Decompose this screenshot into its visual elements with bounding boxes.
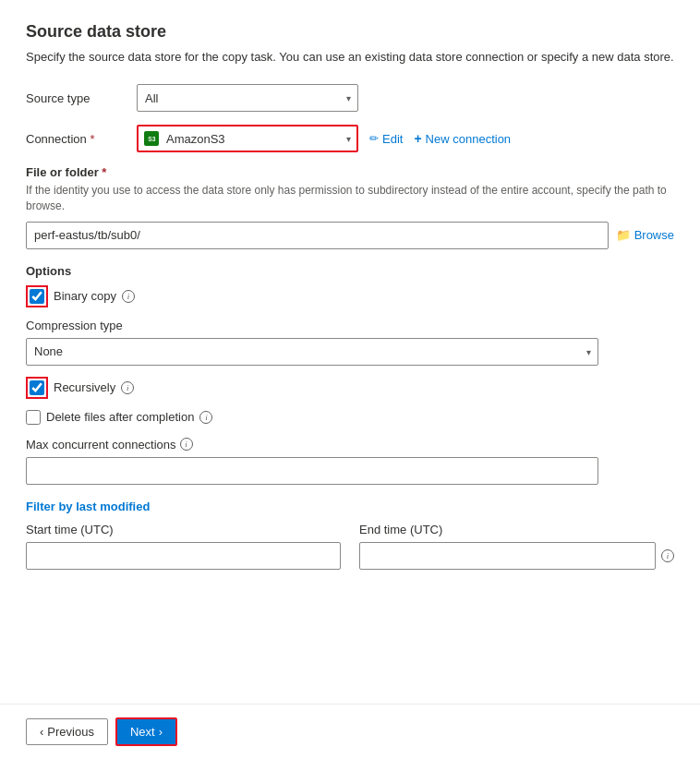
compression-label: Compression type	[26, 319, 674, 332]
end-time-input-row: i	[359, 542, 674, 570]
compression-section: Compression type None GZip Deflate bzip2…	[26, 319, 674, 366]
compression-select-wrapper: None GZip Deflate bzip2 ZipDeflate Snapp…	[26, 338, 598, 366]
source-type-label: Source type	[26, 91, 137, 105]
end-time-label: End time (UTC)	[359, 523, 674, 536]
delete-files-row: Delete files after completion i	[26, 410, 674, 425]
new-connection-button[interactable]: + New connection	[414, 131, 511, 146]
binary-copy-label: Binary copy	[54, 289, 116, 303]
file-folder-section: File or folder * If the identity you use…	[26, 165, 674, 249]
start-time-input-row	[26, 542, 341, 570]
time-row: Start time (UTC) End time (UTC) i	[26, 523, 674, 570]
chevron-left-icon: ‹	[40, 725, 43, 739]
connection-actions: ✏ Edit + New connection	[369, 131, 511, 146]
connection-select-wrapper: S3 AmazonS3 ▾	[137, 125, 358, 152]
end-time-info-icon[interactable]: i	[661, 549, 674, 562]
delete-files-checkbox[interactable]	[26, 410, 41, 425]
binary-copy-info-icon[interactable]: i	[122, 290, 135, 303]
folder-icon: 📁	[616, 228, 631, 242]
recursively-border	[26, 377, 48, 399]
connection-label: Connection *	[26, 132, 137, 146]
filter-section: Filter by last modified Start time (UTC)…	[26, 500, 674, 570]
max-connections-section: Max concurrent connections i	[26, 438, 674, 485]
connection-required-star: *	[90, 132, 94, 146]
plus-icon: +	[414, 131, 421, 146]
end-time-input[interactable]	[359, 542, 656, 570]
page-title: Source data store	[26, 22, 674, 42]
options-section: Options Binary copy i Compression type N…	[26, 264, 674, 425]
file-folder-input-row: 📁 Browse	[26, 222, 674, 249]
options-title: Options	[26, 264, 674, 278]
compression-select[interactable]: None GZip Deflate bzip2 ZipDeflate Snapp…	[26, 338, 598, 366]
max-connections-label-row: Max concurrent connections i	[26, 438, 674, 452]
delete-files-info-icon[interactable]: i	[199, 411, 212, 424]
max-connections-input[interactable]	[26, 457, 598, 485]
footer: ‹ Previous Next ›	[0, 704, 700, 759]
svg-text:S3: S3	[148, 136, 156, 142]
start-time-input[interactable]	[26, 542, 341, 570]
end-time-field: End time (UTC) i	[359, 523, 674, 570]
filter-title: Filter by last modified	[26, 500, 674, 513]
delete-files-label: Delete files after completion	[46, 410, 194, 424]
binary-copy-border	[26, 285, 48, 307]
binary-copy-row: Binary copy i	[26, 285, 674, 307]
recursively-label: Recursively	[54, 380, 115, 394]
max-connections-label: Max concurrent connections	[26, 438, 176, 452]
pencil-icon: ✏	[369, 132, 379, 145]
connection-select[interactable]: AmazonS3	[137, 125, 358, 152]
s3-svg-icon: S3	[146, 133, 157, 144]
file-folder-required: *	[102, 165, 106, 179]
recursively-info-icon[interactable]: i	[121, 381, 134, 394]
source-type-select-wrapper: All Azure Blob Storage Amazon S3 ▾	[137, 84, 358, 112]
previous-button[interactable]: ‹ Previous	[26, 718, 108, 745]
start-time-field: Start time (UTC)	[26, 523, 341, 570]
amazons3-icon: S3	[144, 131, 159, 146]
browse-button[interactable]: 📁 Browse	[616, 228, 674, 242]
recursively-row: Recursively i	[26, 377, 674, 399]
edit-button[interactable]: ✏ Edit	[369, 132, 403, 146]
start-time-label: Start time (UTC)	[26, 523, 341, 536]
file-folder-label: File or folder *	[26, 165, 674, 179]
file-folder-description: If the identity you use to access the da…	[26, 183, 674, 214]
binary-copy-checkbox[interactable]	[30, 289, 44, 304]
next-button[interactable]: Next ›	[115, 717, 177, 746]
page-description: Specify the source data store for the co…	[26, 49, 674, 66]
max-connections-info-icon[interactable]: i	[180, 438, 193, 451]
connection-row: Connection * S3 AmazonS3 ▾ ✏ Edit + New	[26, 125, 674, 152]
source-type-row: Source type All Azure Blob Storage Amazo…	[26, 84, 674, 112]
chevron-right-icon: ›	[159, 725, 163, 739]
file-folder-input[interactable]	[26, 222, 609, 249]
source-type-select[interactable]: All Azure Blob Storage Amazon S3	[137, 84, 358, 112]
recursively-checkbox[interactable]	[30, 380, 44, 395]
